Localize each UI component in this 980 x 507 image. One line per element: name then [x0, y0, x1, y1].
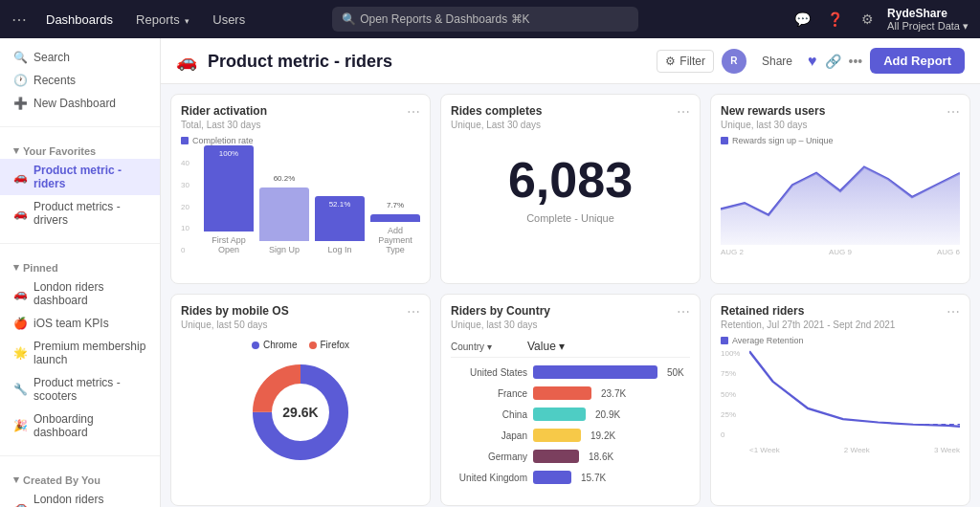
hbar-value: 20.9K [595, 409, 620, 420]
nav-dashboards[interactable]: Dashboards [38, 9, 121, 31]
more-button[interactable]: ••• [849, 54, 863, 69]
page-title: 🚗 Product metric - riders [176, 51, 657, 72]
clock-icon: 🕐 [13, 74, 28, 87]
filter-button[interactable]: ⚙ Filter [657, 50, 714, 73]
item-label: Product metric - riders [33, 164, 146, 190]
legend-dot [721, 337, 728, 344]
big-number-label: Complete - Unique [451, 212, 690, 224]
hbar-row-cn: China 20.9K [451, 408, 690, 421]
chart-more-icon[interactable]: ⋯ [947, 304, 960, 320]
country-col-header[interactable]: Country ▾ [451, 342, 527, 352]
created-title[interactable]: ▾ Created By You [0, 468, 160, 488]
x-axis: <1 Week 2 Week 3 Week [749, 446, 960, 454]
x-axis: AUG 2 AUG 9 AUG 6 [721, 248, 960, 256]
sidebar-item-premium-membership[interactable]: 🌟 Premium membership launch [0, 335, 160, 371]
country-label: United States [451, 367, 527, 378]
sidebar-item-onboarding[interactable]: 🎉 Onboarding dashboard [0, 408, 160, 444]
bar-pct: 60.2% [274, 174, 296, 183]
sidebar-item-product-metric-riders[interactable]: 🚗 Product metric - riders [0, 159, 160, 195]
chart-subtitle: Retention, Jul 27th 2021 - Sept 2nd 2021 [721, 320, 895, 330]
sidebar-item-created-london[interactable]: 🚗 London riders dashboard [0, 488, 160, 507]
legend-dot [721, 137, 728, 144]
sidebar-new-dashboard[interactable]: ➕ New Dashboard [0, 92, 160, 115]
charts-grid: Rider activation Total, Last 30 days ⋯ C… [161, 84, 980, 507]
sidebar-item-london-riders[interactable]: 🚗 London riders dashboard [0, 276, 160, 312]
hbar-value: 50K [667, 367, 684, 378]
sidebar-item-ios-kpis[interactable]: 🍎 iOS team KPIs [0, 312, 160, 335]
chart-more-icon[interactable]: ⋯ [947, 104, 960, 120]
sidebar-item-product-scooters[interactable]: 🔧 Product metrics - scooters [0, 371, 160, 408]
body-layout: 🔍 Search 🕐 Recents ➕ New Dashboard ▾ You… [0, 38, 980, 507]
nav-users[interactable]: Users [205, 9, 253, 31]
pinned-title[interactable]: ▾ Pinned [0, 255, 160, 276]
party-icon: 🎉 [13, 419, 28, 432]
chart-more-icon[interactable]: ⋯ [677, 104, 690, 120]
bar: 52.1% [315, 196, 365, 241]
sort-icon: ▾ [559, 340, 565, 353]
bar-legend: Completion rate [181, 136, 420, 145]
plus-icon: ➕ [13, 97, 28, 110]
car-icon: 🚗 [13, 499, 28, 507]
item-label: Premium membership launch [33, 340, 146, 366]
recents-label: Recents [33, 74, 76, 87]
chat-icon[interactable]: 💬 [790, 7, 814, 32]
chart-header: Rider activation Total, Last 30 days ⋯ [181, 104, 420, 136]
bar-pct: 100% [219, 149, 238, 158]
bar-pct: 7.7% [387, 201, 404, 209]
sidebar-recents[interactable]: 🕐 Recents [0, 69, 160, 92]
chart-header: Retained riders Retention, Jul 27th 2021… [721, 304, 960, 336]
header-actions: ⚙ Filter R Share ♥ 🔗 ••• Add Report [657, 48, 965, 74]
global-search[interactable]: 🔍 Open Reports & Dashboards ⌘K [332, 7, 638, 32]
chevron-down-icon: ▾ [13, 261, 19, 274]
item-label: iOS team KPIs [33, 317, 109, 330]
bar-label: Sign Up [269, 245, 300, 254]
divider [0, 126, 160, 127]
donut-svg-wrap: 29.6K [248, 360, 353, 465]
chart-legend: Rewards sign up – Unique [721, 136, 960, 145]
topnav: ⋯ Dashboards Reports ▾ Users 🔍 Open Repo… [0, 0, 980, 38]
sort-icon: ▾ [487, 342, 492, 352]
retained-riders-card: Retained riders Retention, Jul 27th 2021… [710, 294, 970, 506]
favorites-title[interactable]: ▾ Your Favorites [0, 139, 160, 159]
favorite-button[interactable]: ♥ [808, 53, 817, 70]
main-content: 🚗 Product metric - riders ⚙ Filter R Sha… [161, 38, 980, 507]
created-section: ▾ Created By You 🚗 London riders dashboa… [0, 460, 160, 507]
help-icon[interactable]: ❓ [822, 7, 847, 32]
nav-reports[interactable]: Reports ▾ [128, 9, 197, 31]
chart-more-icon[interactable]: ⋯ [407, 304, 420, 320]
user-menu[interactable]: RydeShare All Project Data ▾ [887, 7, 969, 33]
page-header: 🚗 Product metric - riders ⚙ Filter R Sha… [161, 38, 980, 84]
chart-more-icon[interactable]: ⋯ [407, 104, 420, 120]
sidebar-search-section: 🔍 Search 🕐 Recents ➕ New Dashboard [0, 38, 160, 122]
country-label: China [451, 409, 527, 420]
legend-firefox: Firefox [309, 340, 350, 350]
sidebar: 🔍 Search 🕐 Recents ➕ New Dashboard ▾ You… [0, 38, 161, 507]
share-button[interactable]: Share [754, 51, 800, 72]
value-col-header[interactable]: Value ▾ [527, 340, 690, 353]
donut-chart: 29.6K [181, 350, 420, 474]
bar-group-container: 100% First App Open 60.2% Sign Up [181, 159, 420, 254]
hbar-bar [533, 408, 586, 421]
star-icon: 🌟 [13, 346, 28, 360]
bar-log-in: 52.1% Log In [315, 196, 365, 254]
car-icon: 🚗 [13, 287, 28, 300]
add-report-button[interactable]: Add Report [870, 48, 965, 74]
item-label: London riders dashboard [33, 280, 146, 307]
donut-center-value: 29.6K [282, 405, 318, 420]
settings-icon[interactable]: ⚙ [855, 7, 880, 32]
chart-more-icon[interactable]: ⋯ [677, 304, 690, 320]
filter-icon: ⚙ [665, 55, 676, 68]
sidebar-search[interactable]: 🔍 Search [0, 46, 160, 69]
legend-label: Firefox [321, 340, 350, 350]
bar-add-payment: 7.7% Add Payment Type [370, 214, 420, 254]
sidebar-item-product-metrics-drivers[interactable]: 🚗 Product metrics - drivers [0, 195, 160, 231]
search-label: Search [33, 51, 70, 64]
app-menu-icon[interactable]: ⋯ [11, 11, 27, 29]
bar-label: Log In [327, 245, 351, 254]
country-label: Japan [451, 430, 527, 441]
chart-subtitle: Total, Last 30 days [181, 120, 267, 130]
link-button[interactable]: 🔗 [825, 54, 841, 69]
country-label: France [451, 388, 527, 399]
bar-pct: 52.1% [329, 200, 351, 209]
y-axis: 100% 75% 50% 25% 0 [721, 349, 749, 439]
